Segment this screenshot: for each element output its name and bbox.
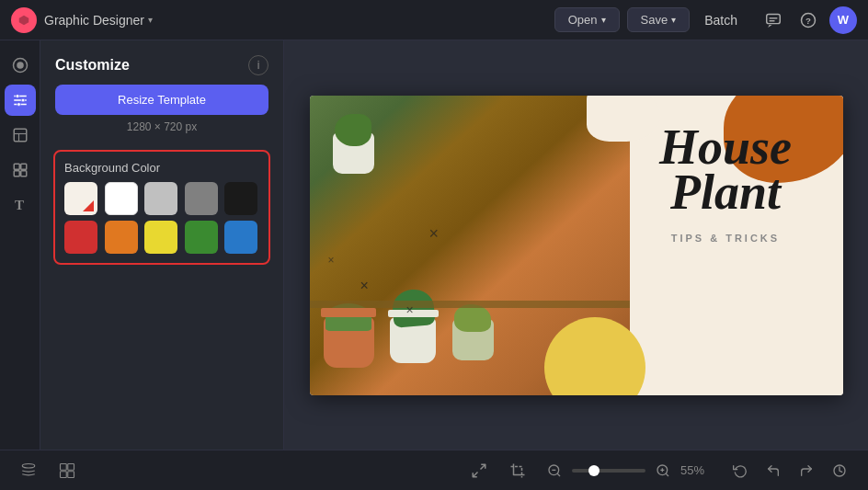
canvas-wrapper[interactable]: × × × × House Plant TIPS & TRICKS [310,96,843,395]
svg-rect-2 [767,14,781,23]
subtitle: TIPS & TRICKS [619,233,832,244]
zoom-out-button[interactable] [542,459,566,483]
svg-line-34 [666,473,668,476]
svg-line-28 [481,464,485,469]
canvas-area: × × × × House Plant TIPS & TRICKS [284,40,868,450]
color-swatch-red[interactable] [64,221,97,254]
undo-icon-button[interactable] [760,457,787,484]
color-swatch-blue[interactable] [224,221,257,254]
customize-panel: Customize i Resize Template 1280 × 720 p… [40,40,284,450]
background-color-section: Background Color [53,150,270,265]
zoom-slider-thumb [588,465,600,476]
zoom-slider[interactable] [572,469,645,473]
sidebar-item-elements[interactable] [5,154,36,186]
zoom-controls: 55% [542,459,715,483]
svg-point-23 [22,463,35,468]
help-icon-button[interactable]: ? [794,6,822,34]
color-swatch-yellow[interactable] [144,221,177,254]
color-swatch-orange[interactable] [105,221,138,254]
canvas-text: House Plant TIPS & TRICKS [619,125,832,244]
svg-point-8 [17,62,24,69]
svg-rect-20 [14,171,19,177]
redo-icon-button[interactable] [793,457,820,484]
svg-rect-24 [61,463,67,470]
app-name-label: Graphic Designer [44,13,144,28]
sidebar-item-text[interactable]: T [5,189,36,221]
color-swatch-black[interactable] [224,182,257,215]
layers-icon-button[interactable] [15,457,42,484]
main-area: T Customize i Resize Template 1280 × 720… [0,40,868,450]
svg-rect-21 [20,171,26,177]
chat-icon-button[interactable] [760,6,787,34]
bottom-right-icons [726,457,853,484]
fit-screen-icon-button[interactable] [465,457,493,484]
svg-rect-18 [14,164,19,169]
color-swatch-white[interactable] [105,182,138,215]
svg-rect-19 [20,164,26,169]
color-swatch-transparent[interactable] [64,182,97,215]
color-swatch-light-gray[interactable] [144,182,177,215]
svg-point-12 [16,95,19,98]
resize-template-button[interactable]: Resize Template [55,85,268,115]
canvas-dimensions: 1280 × 720 px [40,120,283,133]
title-house: House [619,125,832,170]
svg-rect-25 [68,463,74,470]
topbar: Graphic Designer ▾ Open ▾ Save ▾ Batch ? [0,0,868,40]
sidebar-item-filter[interactable] [5,50,36,81]
open-chevron: ▾ [601,15,606,25]
panel-info-button[interactable]: i [248,55,268,75]
svg-rect-27 [68,471,74,477]
save-chevron: ▾ [671,15,676,25]
batch-button[interactable]: Batch [697,8,745,32]
app-name-chevron: ▾ [148,15,153,25]
color-swatch-grid [64,182,259,254]
app-name-dropdown[interactable]: Graphic Designer ▾ [44,13,153,28]
svg-line-31 [557,473,560,476]
svg-rect-26 [61,471,67,477]
sidebar-item-layers[interactable] [5,120,36,151]
svg-point-13 [21,98,25,102]
history-icon-button[interactable] [826,457,853,484]
panel-header: Customize i [40,40,283,85]
svg-line-29 [473,472,477,476]
svg-rect-15 [14,129,27,142]
open-button[interactable]: Open ▾ [554,7,620,32]
svg-point-14 [17,103,20,107]
save-button[interactable]: Save ▾ [627,7,691,32]
color-swatch-green[interactable] [185,221,218,254]
topbar-icons: ? W [760,6,857,34]
title-plant: Plant [619,170,832,215]
bottombar: 55% [0,450,868,490]
app-logo [11,7,37,33]
refresh-icon-button[interactable] [726,457,754,484]
user-avatar[interactable]: W [829,6,857,34]
icon-sidebar: T [0,40,40,450]
sidebar-item-customize[interactable] [5,85,36,116]
zoom-in-button[interactable] [651,459,675,483]
svg-text:?: ? [805,15,811,25]
zoom-percentage: 55% [680,463,715,477]
svg-text:T: T [15,198,24,212]
bg-color-title: Background Color [64,161,259,175]
grid-icon-button[interactable] [53,457,81,484]
color-swatch-gray[interactable] [185,182,218,215]
panel-title: Customize [55,57,130,74]
crop-icon-button[interactable] [504,457,531,484]
